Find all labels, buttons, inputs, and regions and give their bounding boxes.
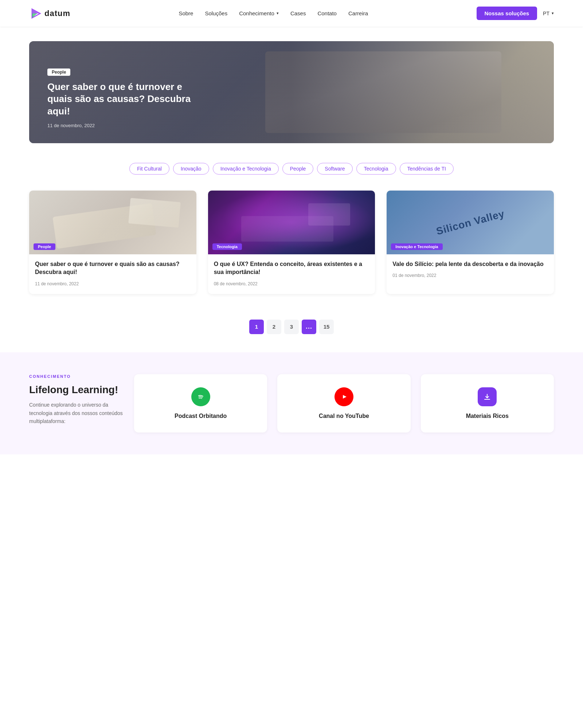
card-3-body: Vale do Silício: pela lente da descobert… — [387, 254, 554, 286]
card-image-2: Tecnologia — [208, 191, 375, 254]
materiais-title: Materiais Ricos — [466, 413, 509, 419]
cards-grid: People Quer saber o que é turnover e qua… — [29, 191, 554, 294]
chevron-down-icon: ▾ — [277, 11, 279, 16]
nav-item-carreira[interactable]: Carreira — [348, 10, 368, 17]
header-actions: Nossas soluções PT ▾ — [477, 7, 554, 20]
filter-people[interactable]: People — [282, 163, 314, 175]
language-button[interactable]: PT ▾ — [543, 11, 554, 16]
podcast-title: Podcast Orbitando — [175, 413, 227, 419]
lifelong-title: Lifelong Learning! — [29, 384, 124, 396]
page-ellipsis-button[interactable]: ... — [302, 320, 316, 334]
card-3-category-badge: Inovação e Tecnologia — [391, 243, 442, 250]
card-1-title: Quer saber o que é turnover e quais são … — [35, 260, 191, 277]
filter-tecnologia[interactable]: Tecnologia — [356, 163, 396, 175]
filter-software[interactable]: Software — [317, 163, 352, 175]
lifelong-description: Continue explorando o universo da tecnol… — [29, 401, 124, 425]
hero-section: People Quer saber o que é turnover e qua… — [29, 41, 554, 143]
card-2-category-badge: Tecnologia — [212, 243, 242, 250]
hero-category-badge: People — [47, 69, 70, 76]
card-3-date: 01 de novembro, 2022 — [392, 273, 436, 278]
youtube-card[interactable]: Canal no YouTube — [277, 374, 410, 433]
youtube-title: Canal no YouTube — [319, 413, 369, 419]
filters-bar: Fit Cultural Inovação Inovação e Tecnolo… — [0, 154, 583, 183]
card-1-date: 11 de novembro, 2022 — [35, 281, 79, 286]
nav-item-conhecimento[interactable]: Conhecimento ▾ — [239, 10, 279, 16]
page-15-button[interactable]: 15 — [319, 320, 334, 334]
logo-icon — [29, 7, 42, 20]
card-2-title: O que é UX? Entenda o conceito, áreas ex… — [214, 260, 369, 277]
page-3-button[interactable]: 3 — [284, 320, 299, 334]
table-row[interactable]: People Quer saber o que é turnover e qua… — [29, 191, 196, 294]
table-row[interactable]: Inovação e Tecnologia Vale do Silício: p… — [387, 191, 554, 294]
podcast-card[interactable]: Podcast Orbitando — [134, 374, 267, 433]
nav-item-solucoes[interactable]: Soluções — [205, 10, 227, 17]
card-1-category-badge: People — [34, 243, 55, 250]
nav-item-sobre[interactable]: Sobre — [179, 10, 193, 17]
nav-item-cases[interactable]: Cases — [290, 10, 306, 17]
card-1-body: Quer saber o que é turnover e quais são … — [29, 254, 196, 294]
lifelong-inner: CONHECIMENTO Lifelong Learning! Continue… — [29, 374, 554, 433]
card-image-1: People — [29, 191, 196, 254]
download-icon — [478, 387, 497, 406]
lifelong-text: CONHECIMENTO Lifelong Learning! Continue… — [29, 374, 124, 426]
filter-inovacao-tecnologia[interactable]: Inovação e Tecnologia — [213, 163, 279, 175]
lifelong-section: CONHECIMENTO Lifelong Learning! Continue… — [0, 352, 583, 454]
pagination: 1 2 3 ... 15 — [0, 309, 583, 352]
page-2-button[interactable]: 2 — [267, 320, 281, 334]
card-image-3: Inovação e Tecnologia — [387, 191, 554, 254]
table-row[interactable]: Tecnologia O que é UX? Entenda o conceit… — [208, 191, 375, 294]
section-label: CONHECIMENTO — [29, 374, 124, 379]
filter-fit-cultural[interactable]: Fit Cultural — [129, 163, 169, 175]
logo-text: datum — [44, 9, 70, 18]
hero-date: 11 de novembro, 2022 — [47, 123, 95, 128]
materiais-card[interactable]: Materiais Ricos — [421, 374, 554, 433]
main-nav: Sobre Soluções Conhecimento ▾ Cases Cont… — [179, 10, 368, 17]
youtube-icon — [334, 387, 353, 406]
nav-item-contato[interactable]: Contato — [317, 10, 337, 17]
page-1-button[interactable]: 1 — [249, 320, 264, 334]
card-2-date: 08 de novembro, 2022 — [214, 281, 258, 286]
nossas-solucoes-button[interactable]: Nossas soluções — [477, 7, 537, 20]
lang-chevron-icon: ▾ — [552, 11, 554, 16]
header: datum Sobre Soluções Conhecimento ▾ Case… — [0, 0, 583, 27]
filter-tendencias-ti[interactable]: Tendências de TI — [400, 163, 454, 175]
logo[interactable]: datum — [29, 7, 70, 20]
spotify-icon — [191, 387, 210, 406]
filter-inovacao[interactable]: Inovação — [173, 163, 209, 175]
card-2-body: O que é UX? Entenda o conceito, áreas ex… — [208, 254, 375, 294]
cards-section: People Quer saber o que é turnover e qua… — [0, 183, 583, 309]
hero-title: Quer saber o que é turnover e quais são … — [47, 81, 200, 118]
card-3-title: Vale do Silício: pela lente da descobert… — [392, 260, 548, 268]
hero-content: People Quer saber o que é turnover e qua… — [47, 69, 200, 129]
